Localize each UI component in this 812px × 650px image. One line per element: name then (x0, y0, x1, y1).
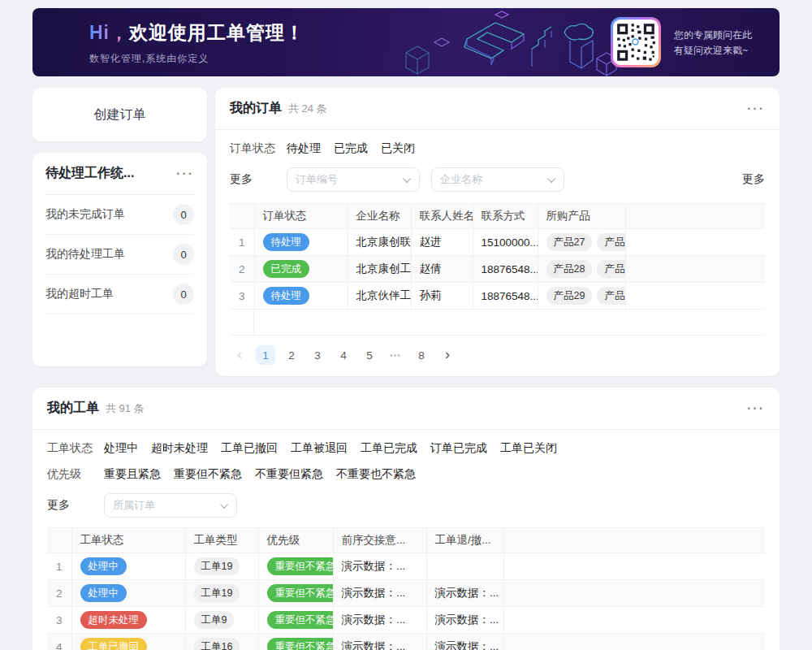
create-order-button[interactable]: 创建订单 (32, 88, 207, 141)
filter-option-withdrawn[interactable]: 工单已撤回 (221, 441, 278, 456)
col-ticket-status: 工单状态 (71, 528, 185, 553)
ticket-status-cell: 超时未处理 (71, 607, 185, 634)
priority-badge: 重要但不紧急 (267, 638, 334, 650)
row-index: 2 (47, 580, 71, 607)
page-2[interactable]: 2 (282, 345, 301, 365)
table-row[interactable]: 1 待处理 北京康创联... 赵进 15100000... 产品27产品 (230, 229, 765, 256)
product-tag: 产品29 (546, 287, 593, 305)
status-badge: 工单已撤回 (80, 638, 148, 650)
qr-caption-line1: 您的专属顾问在此 (674, 28, 752, 43)
handover-cell: 演示数据：... (333, 607, 426, 634)
more-link[interactable]: 更多 (742, 172, 765, 187)
table-row[interactable]: 2 处理中 工单19 重要但不紧急 演示数据：... 演示数据：... (47, 580, 765, 607)
ticket-type-tag: 工单16 (194, 638, 240, 650)
filter-option-not-important-not-urgent[interactable]: 不重要也不紧急 (336, 467, 416, 482)
filter-option-important-urgent[interactable]: 重要且紧急 (104, 467, 161, 482)
page-5[interactable]: 5 (360, 345, 379, 365)
contact-cell: 孙莉 (411, 283, 473, 310)
col-company: 企业名称 (348, 204, 411, 229)
status-badge: 处理中 (80, 584, 127, 602)
page-1[interactable]: 1 (256, 345, 275, 365)
filter-option-returned[interactable]: 工单被退回 (291, 441, 348, 456)
phone-cell: 15100000... (473, 229, 538, 256)
col-handover: 前序交接意... (333, 528, 426, 553)
contact-cell: 赵进 (411, 229, 473, 256)
count-badge: 0 (173, 244, 194, 265)
order-status-cell: 待处理 (254, 283, 348, 310)
retreat-cell: 演示数据：... (426, 580, 503, 607)
filter-option-not-important-urgent[interactable]: 不重要但紧急 (255, 467, 323, 482)
prev-page-icon[interactable]: ‹ (230, 345, 249, 365)
table-row[interactable]: 2 已完成 北京康创工... 赵倩 18876548... 产品28产品 (230, 256, 765, 283)
products-cell: 产品27产品 (538, 229, 625, 256)
priority-badge: 重要但不紧急 (267, 611, 334, 629)
stat-label: 我的未完成订单 (45, 207, 125, 222)
tickets-panel-title: 我的工单 (47, 400, 99, 417)
status-badge: 已完成 (263, 260, 310, 278)
filter-option-overtime[interactable]: 超时未处理 (151, 441, 208, 456)
qr-caption-line2: 有疑问欢迎来戳~ (674, 43, 752, 58)
row-index: 3 (230, 283, 254, 310)
priority-badge: 重要但不紧急 (267, 557, 334, 575)
stat-pending-tickets[interactable]: 我的待处理工单 0 (45, 235, 194, 275)
stat-overtime-tickets[interactable]: 我的超时工单 0 (45, 275, 194, 314)
filter-option-ticket-done[interactable]: 工单已完成 (361, 441, 417, 456)
status-badge: 超时未处理 (80, 611, 148, 629)
banner-title: Hi，欢迎使用工单管理！ (89, 20, 304, 46)
filter-option-completed[interactable]: 已完成 (334, 141, 368, 156)
phone-cell: 18876548... (473, 256, 538, 283)
page-8[interactable]: 8 (412, 345, 431, 365)
table-row[interactable]: 3 待处理 北京伙伴工... 孙莉 18876548... 产品29产品 (230, 283, 765, 310)
create-order-label: 创建订单 (94, 106, 146, 124)
products-cell: 产品28产品 (538, 256, 625, 283)
blank-cell (503, 553, 765, 580)
more-icon[interactable]: ··· (747, 102, 765, 115)
table-row[interactable]: 1 处理中 工单19 重要但不紧急 演示数据：... (47, 553, 765, 580)
products-cell: 产品29产品 (538, 283, 625, 310)
stat-unfinished-orders[interactable]: 我的未完成订单 0 (45, 195, 194, 235)
priority-filter-label: 优先级 (47, 467, 104, 482)
filter-option-pending[interactable]: 待处理 (287, 141, 321, 156)
filter-option-processing[interactable]: 处理中 (104, 441, 138, 456)
page: Hi，欢迎使用工单管理！ 数智化管理,系统由你定义 您的专属顾问在此 (0, 0, 812, 650)
page-3[interactable]: 3 (308, 345, 327, 365)
handover-cell: 演示数据：... (333, 580, 426, 607)
sidebar: 创建订单 待处理工作统... ··· 我的未完成订单 0 我的待处理工单 0 我… (32, 88, 207, 366)
isometric-illustration (390, 8, 633, 76)
filter-option-important-not-urgent[interactable]: 重要但不紧急 (174, 467, 242, 482)
table-row[interactable]: 4 工单已撤回 工单16 重要但不紧急 演示数据：... 演示数据：... (47, 634, 765, 650)
order-status-filter-label: 订单状态 (230, 141, 287, 156)
filter-option-closed[interactable]: 已关闭 (381, 141, 415, 156)
orders-table-header: 订单状态 企业名称 联系人姓名 联系方式 所购产品 (230, 204, 765, 229)
orders-count: 共 24 条 (288, 102, 327, 116)
status-badge: 待处理 (263, 233, 310, 251)
col-index (47, 528, 71, 553)
row-index: 1 (47, 553, 71, 580)
priority-cell: 重要但不紧急 (258, 634, 333, 650)
parent-order-select[interactable]: 所属订单 (104, 493, 237, 518)
col-retreat: 工单退/撤... (426, 528, 503, 553)
pending-work-stats-card: 待处理工作统... ··· 我的未完成订单 0 我的待处理工单 0 我的超时工单… (32, 153, 207, 366)
phone-cell: 18876548... (473, 283, 538, 310)
more-icon[interactable]: ··· (176, 167, 194, 180)
more-icon[interactable]: ··· (747, 402, 765, 415)
company-cell: 北京伙伴工... (348, 283, 411, 310)
page-ellipsis-icon[interactable]: ••• (386, 345, 405, 365)
col-index (230, 204, 254, 229)
table-row[interactable]: 3 超时未处理 工单9 重要但不紧急 演示数据：... 演示数据：... (47, 607, 765, 634)
col-order-status: 订单状态 (254, 204, 348, 229)
ticket-type-cell: 工单19 (185, 553, 258, 580)
stat-label: 我的待处理工单 (45, 247, 125, 262)
status-badge: 处理中 (80, 557, 127, 575)
handover-cell: 演示数据：... (333, 553, 426, 580)
page-4[interactable]: 4 (334, 345, 353, 365)
next-page-icon[interactable]: › (438, 345, 457, 365)
order-number-select[interactable]: 订单编号 (287, 167, 420, 192)
order-status-cell: 待处理 (254, 229, 348, 256)
col-contact-phone: 联系方式 (473, 204, 538, 229)
filter-option-order-done[interactable]: 订单已完成 (430, 441, 487, 456)
filter-option-ticket-closed[interactable]: 工单已关闭 (500, 441, 557, 456)
col-products: 所购产品 (538, 204, 625, 229)
welcome-banner: Hi，欢迎使用工单管理！ 数智化管理,系统由你定义 您的专属顾问在此 (32, 8, 780, 76)
company-name-select[interactable]: 企业名称 (431, 167, 564, 192)
